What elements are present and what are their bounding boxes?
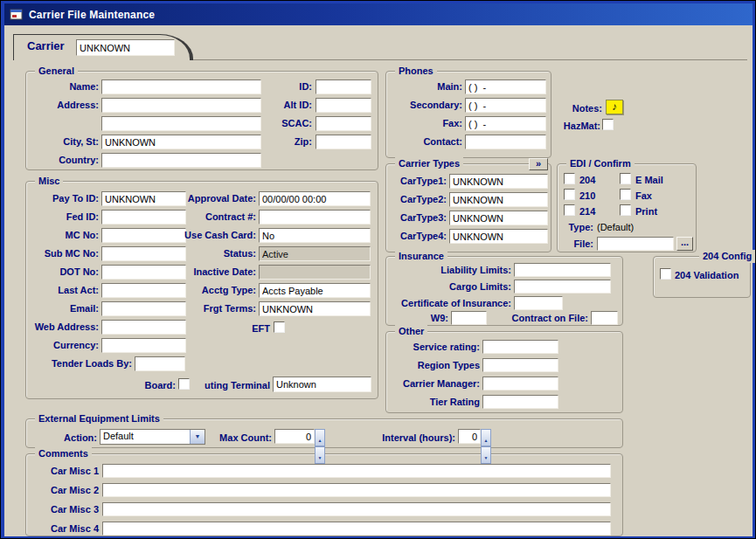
edi-204-checkbox[interactable] [564,173,575,184]
interval-hours-stepper[interactable] [481,429,491,444]
cartype1-label: CarType1: [385,176,447,187]
interval-hours-label: Interval (hours): [359,432,455,444]
hazmat-checkbox[interactable] [602,119,614,130]
edi-print-checkbox[interactable] [620,204,631,216]
phone-fax-label: Fax: [385,118,462,129]
car-misc-2-input[interactable] [102,483,611,497]
edi-fax-checkbox[interactable] [620,189,631,200]
contact-label: Contact: [385,136,462,148]
interval-hours-input[interactable] [458,429,481,444]
edi-file-browse-button[interactable]: ... [676,237,693,251]
car-misc-4-input[interactable] [102,522,611,536]
car-misc-1-input[interactable] [102,464,611,478]
edi-file-label: File: [560,238,593,250]
tender-loads-by-input[interactable] [135,356,185,371]
action-select-value: Default [101,430,190,444]
max-count-stepper[interactable] [315,429,325,444]
car-misc-3-label: Car Misc 3 [27,504,99,515]
car-misc-3-input[interactable] [102,502,611,516]
cargo-limits-label: Cargo Limits: [389,281,511,293]
cartype1-input[interactable] [449,174,548,189]
contract-on-file-input[interactable] [591,311,618,325]
city-st-label: City, St: [18,136,99,148]
scac-label: SCAC: [263,118,312,129]
id-input[interactable] [316,79,371,94]
notes-label: Notes: [551,103,602,114]
action-select[interactable]: Default [100,429,205,445]
region-types-input[interactable] [482,358,558,372]
max-count-input[interactable] [274,429,315,444]
title-bar[interactable]: Carrier File Maintenance [4,3,753,25]
country-input[interactable] [101,153,261,168]
acctg-type-input[interactable] [259,283,371,298]
address2-input[interactable] [101,116,261,131]
hazmat-label: HazMat: [550,121,600,132]
edi-email-checkbox[interactable] [620,173,631,184]
inactive-date-input [259,265,371,280]
web-address-input[interactable] [101,320,186,335]
car-misc-4-label: Car Misc 4 [27,523,99,535]
cartype2-input[interactable] [449,192,548,207]
edi-fax-label: Fax [635,190,652,202]
city-st-input[interactable] [101,135,261,149]
board-label: Board: [123,380,176,391]
currency-input[interactable] [101,338,186,353]
cartype3-input[interactable] [449,211,548,225]
max-count-label: Max Count: [202,432,272,444]
web-address-label: Web Address: [11,321,99,333]
notes-icon[interactable]: ♪ [606,100,623,114]
edi-204-label: 204 [579,175,595,186]
204-validation-checkbox[interactable] [660,268,671,280]
comments-group-title: Comments [35,447,92,460]
approval-date-input[interactable] [259,191,371,206]
zip-input[interactable] [316,135,371,149]
contact-input[interactable] [465,135,546,149]
general-group-title: General [35,65,78,78]
carrier-types-expand-button[interactable]: » [529,158,548,170]
edi-210-label: 210 [579,190,595,202]
address1-input[interactable] [101,98,261,113]
mc-no-label: MC No: [11,230,99,241]
car-misc-2-label: Car Misc 2 [27,485,99,496]
phone-main-input[interactable] [465,79,546,94]
edi-214-checkbox[interactable] [564,204,575,216]
carrier-manager-input[interactable] [482,377,558,390]
insurance-group-title: Insurance [395,250,447,263]
certificate-of-insurance-input[interactable] [514,296,563,310]
phone-secondary-input[interactable] [465,98,546,113]
spin-up-icon[interactable] [481,429,491,446]
certificate-of-insurance-label: Certificate of Insurance: [389,298,511,309]
edi-210-checkbox[interactable] [564,189,575,200]
eft-checkbox[interactable] [274,321,285,333]
acctg-type-label: Acctg Type: [158,285,256,296]
frgt-terms-label: Frgt Terms: [158,303,256,314]
id-label: ID: [263,81,312,93]
alt-id-input[interactable] [316,98,371,113]
phones-group-title: Phones [395,65,437,78]
frgt-terms-input[interactable] [259,301,371,316]
204-config-group-title: 204 Config [699,250,755,263]
spin-down-icon[interactable] [315,446,325,464]
scac-input[interactable] [316,116,371,131]
spin-up-icon[interactable] [315,429,325,446]
spin-down-icon[interactable] [481,446,491,464]
liability-limits-input[interactable] [514,263,611,277]
contract-no-input[interactable] [259,210,371,225]
cartype4-input[interactable] [449,229,548,244]
routing-terminal-input[interactable] [273,377,371,392]
name-input[interactable] [101,79,261,94]
w9-label: W9: [412,313,448,324]
service-rating-input[interactable] [482,340,558,354]
use-cash-card-input[interactable] [259,228,371,243]
carrier-manager-label: Carrier Manager: [385,378,480,390]
action-label: Action: [36,432,97,444]
fed-id-label: Fed ID: [11,211,99,223]
edi-file-input[interactable] [597,237,674,251]
car-misc-1-label: Car Misc 1 [27,466,99,477]
phone-fax-input[interactable] [465,116,546,131]
cargo-limits-input[interactable] [514,280,611,294]
tier-rating-input[interactable] [482,395,558,409]
board-checkbox[interactable] [178,378,190,390]
carrier-code-input[interactable] [76,39,175,56]
w9-input[interactable] [451,311,487,325]
